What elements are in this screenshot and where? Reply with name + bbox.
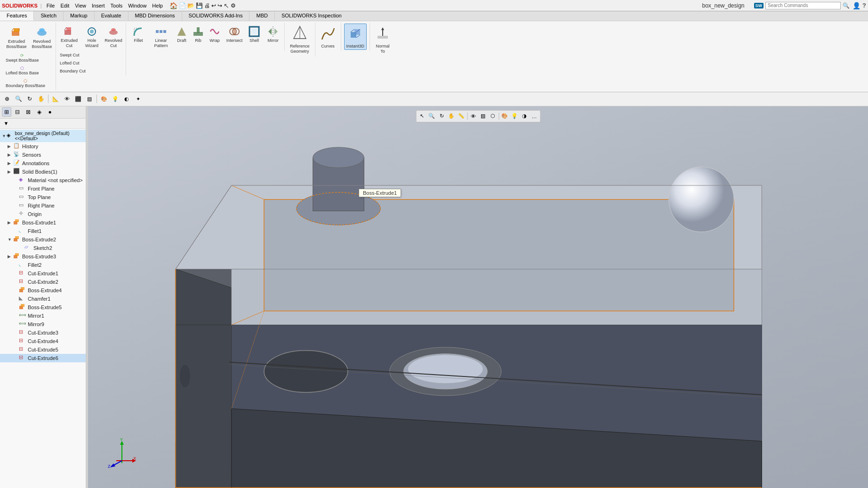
swept-cut-button[interactable]: Swept Cut — [58, 51, 81, 58]
mirror-button[interactable]: Mirror — [264, 24, 282, 44]
menu-item-view[interactable]: View — [72, 2, 89, 9]
tree-item-solid-bodies[interactable]: ▶ ⬛ Solid Bodies(1) — [0, 168, 86, 176]
vp-tool-view[interactable]: ⬡ — [488, 112, 498, 121]
vp-tool-select[interactable]: ↖ — [417, 112, 426, 121]
selection-filter-btn[interactable]: ⊕ — [2, 94, 12, 104]
menu-item-help[interactable]: Help — [149, 2, 166, 9]
search-icon[interactable]: 🔍 — [843, 2, 850, 9]
menu-item-file[interactable]: File — [44, 2, 58, 9]
shadow-btn[interactable]: ◐ — [121, 94, 132, 104]
rib-button[interactable]: Rib — [191, 24, 205, 44]
quick-options[interactable]: ⚙ — [231, 2, 236, 9]
fillet-button[interactable]: Fillet — [128, 24, 149, 44]
menu-item-tools[interactable]: Tools — [108, 2, 126, 9]
help-icon[interactable]: ? — [862, 2, 866, 9]
vp-tool-hide[interactable]: 👁 — [468, 112, 478, 121]
reference-geometry-button[interactable]: ReferenceGeometry — [288, 24, 312, 56]
property-manager-tab[interactable]: ⊟ — [13, 107, 22, 117]
tree-item-boss-extrude2[interactable]: ▼ Boss-Extrude2 — [0, 235, 86, 244]
swept-boss-button[interactable]: ⟳ Swept Boss/Base — [4, 52, 41, 64]
tab-mbd[interactable]: MBD — [249, 11, 274, 21]
vp-tool-zoom[interactable]: 🔍 — [427, 112, 436, 121]
ambiocc-btn[interactable]: ✦ — [133, 94, 143, 104]
wrap-button[interactable]: Wrap — [206, 24, 223, 44]
tree-item-front-plane[interactable]: ▭ Front Plane — [0, 184, 86, 193]
tree-item-cut-extrude2[interactable]: ⊟ Cut-Extrude2 — [0, 278, 86, 286]
hide-show-btn[interactable]: 👁 — [62, 94, 72, 104]
tab-features[interactable]: Features — [0, 11, 34, 21]
quick-select[interactable]: ↖ — [224, 2, 229, 9]
vp-tool-rotate[interactable]: ↻ — [437, 112, 446, 121]
linear-pattern-button[interactable]: LinearPattern — [150, 24, 172, 50]
tree-item-cut-extrude1[interactable]: ⊟ Cut-Extrude1 — [0, 269, 86, 278]
tree-item-origin[interactable]: ✛ Origin — [0, 210, 86, 218]
tab-solidworks-inspection[interactable]: SOLIDWORKS Inspection — [275, 11, 348, 21]
extruded-boss-button[interactable]: ExtrudedBoss/Base — [4, 24, 29, 51]
vp-tool-pan[interactable]: ✋ — [447, 112, 456, 121]
tree-item-sketch2[interactable]: ▱ Sketch2 — [0, 244, 86, 252]
extruded-cut-button[interactable]: ExtrudedCut — [58, 24, 80, 50]
tab-sketch[interactable]: Sketch — [34, 11, 64, 21]
tree-item-cut-extrude4[interactable]: ⊟ Cut-Extrude4 — [0, 337, 86, 345]
tree-item-right-plane[interactable]: ▭ Right Plane — [0, 201, 86, 210]
instant3d-button[interactable]: Instant3D — [344, 24, 367, 50]
draft-button[interactable]: Draft — [173, 24, 190, 44]
tree-item-fillet2[interactable]: ◟ Fillet2 — [0, 261, 86, 269]
feature-manager-tab[interactable]: ⊞ — [2, 107, 11, 117]
pan-btn[interactable]: ✋ — [36, 94, 46, 104]
quick-save[interactable]: 💾 — [196, 2, 203, 9]
revolved-cut-button[interactable]: RevolvedCut — [103, 24, 124, 50]
tree-item-mirror9[interactable]: ⟺ Mirror9 — [0, 320, 86, 328]
dim-xpert-tab[interactable]: ◈ — [34, 107, 44, 117]
tab-mbd-dimensions[interactable]: MBD Dimensions — [129, 11, 182, 21]
filter-icon[interactable]: ▼ — [2, 119, 10, 128]
search-input[interactable] — [765, 2, 841, 9]
section-view-btn[interactable]: ▨ — [84, 94, 95, 104]
view-orientation-btn[interactable]: 📐 — [50, 94, 61, 104]
menu-item-window[interactable]: Window — [125, 2, 149, 9]
tree-item-annotations[interactable]: ▶ 📝 Annotations — [0, 159, 86, 168]
rotate-btn[interactable]: ↻ — [24, 94, 35, 104]
realview-btn[interactable]: 💡 — [110, 94, 121, 104]
tab-solidworks-addins[interactable]: SOLIDWORKS Add-Ins — [182, 11, 250, 21]
tree-item-boss-extrude4[interactable]: Boss-Extrude4 — [0, 286, 86, 295]
curves-button[interactable]: Curves — [318, 24, 338, 50]
solidworks-logo[interactable]: SOLIDWORKS — [2, 3, 38, 8]
vp-tool-shadow[interactable]: ◑ — [520, 112, 529, 121]
tree-item-mirror1[interactable]: ⟺ Mirror1 — [0, 312, 86, 320]
boundary-cut-button[interactable]: Boundary Cut — [58, 67, 88, 74]
tree-item-boss-extrude5[interactable]: Boss-Extrude5 — [0, 303, 86, 312]
boundary-boss-button[interactable]: ⬡ Boundary Boss/Base — [4, 77, 47, 89]
tree-item-cut-extrude3[interactable]: ⊟ Cut-Extrude3 — [0, 328, 86, 337]
tree-item-cut-extrude6[interactable]: ⊟ Cut-Extrude6 — [0, 354, 86, 362]
hole-wizard-button[interactable]: HoleWizard — [81, 24, 102, 50]
tab-evaluate[interactable]: Evaluate — [95, 11, 129, 21]
tree-item-fillet1[interactable]: ◟ Fillet1 — [0, 227, 86, 235]
panel-resize-handle[interactable] — [83, 106, 86, 488]
quick-new[interactable]: 📄 — [179, 2, 186, 9]
tree-item-history[interactable]: ▶ 📋 History — [0, 142, 86, 151]
intersect-button[interactable]: Intersect — [224, 24, 245, 44]
vp-tool-appearance[interactable]: 🎨 — [500, 112, 509, 121]
appearance-btn[interactable]: 🎨 — [99, 94, 109, 104]
tree-item-boss-extrude1[interactable]: ▶ Boss-Extrude1 — [0, 218, 86, 227]
quick-open[interactable]: 📂 — [187, 2, 194, 9]
tree-item-top-plane[interactable]: ▭ Top Plane — [0, 193, 86, 201]
quick-redo[interactable]: ↪ — [217, 2, 222, 9]
menu-item-insert[interactable]: Insert — [89, 2, 108, 9]
config-manager-tab[interactable]: ⊠ — [24, 107, 33, 117]
tree-item-sensors[interactable]: ▶ 📡 Sensors — [0, 151, 86, 159]
tree-item-chamfer1[interactable]: ◣ Chamfer1 — [0, 295, 86, 303]
root-tree-item[interactable]: ▼ ◈ box_new_design (Default) <<Default> — [0, 130, 86, 142]
normal-to-button[interactable]: NormalTo — [373, 24, 393, 56]
tree-item-boss-extrude3[interactable]: ▶ Boss-Extrude3 — [0, 252, 86, 261]
menu-item-edit[interactable]: Edit — [57, 2, 72, 9]
zoom-btn[interactable]: 🔍 — [13, 94, 24, 104]
display-manager-tab[interactable]: ● — [45, 107, 55, 117]
vp-tool-realview[interactable]: 💡 — [510, 112, 519, 121]
vp-tool-more[interactable]: … — [530, 112, 539, 121]
quick-print[interactable]: 🖨 — [204, 2, 210, 9]
quick-home[interactable]: 🏠 — [169, 2, 177, 9]
lofted-boss-button[interactable]: ⬠ Lofted Boss Base — [4, 64, 41, 77]
tree-item-cut-extrude5[interactable]: ⊟ Cut-Extrude5 — [0, 345, 86, 354]
